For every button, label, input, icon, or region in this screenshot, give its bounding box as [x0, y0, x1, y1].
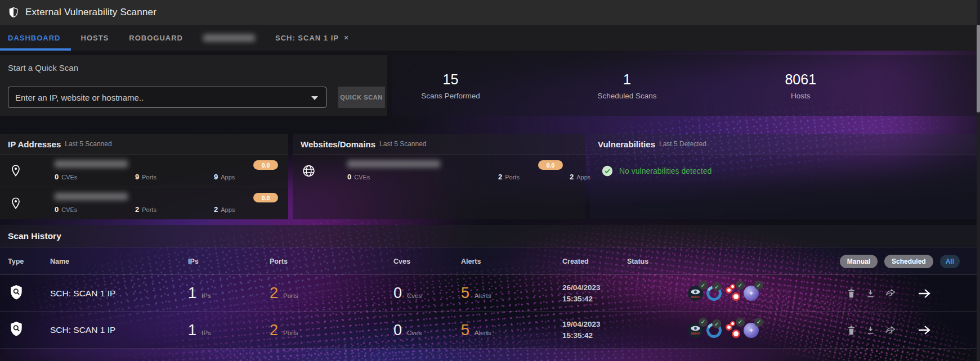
filter-manual-button[interactable]: Manual [840, 255, 878, 268]
scrollbar-thumb[interactable] [977, 25, 980, 112]
websites-domains-panel: Websites/Domains Last 5 Scanned 0.0 0CVE… [293, 134, 585, 219]
cves-stat: 0CVEs [55, 172, 135, 182]
stat-value: 1 [597, 71, 656, 88]
col-header-ips: IPs [180, 258, 262, 265]
svg-text:NMAP: NMAP [691, 295, 700, 299]
globe-icon [302, 164, 316, 178]
nmap-logo-icon: NMAP ✓ [688, 286, 703, 301]
quick-scan-input-wrap [8, 87, 326, 108]
ports-stat: 2Ports [498, 172, 570, 182]
ips-cell: 1IPs [180, 285, 262, 302]
open-scan-arrow-icon[interactable] [917, 324, 932, 336]
cves-cell: 0Cves [386, 285, 453, 302]
empty-state-message: No vulnerabilities detected [619, 166, 711, 175]
panel-title: Websites/Domains [301, 139, 375, 149]
delete-scan-icon[interactable] [847, 325, 856, 336]
scan-name: SCH: SCAN 1 IP [42, 325, 180, 335]
stat-label: Scheduled Scans [597, 92, 656, 100]
apps-stat: 9Apps [214, 172, 235, 182]
nmap-logo-icon: NMAP ✓ [688, 323, 703, 338]
panel-title: IP Addresses [8, 139, 61, 149]
stat-value: 15 [421, 71, 480, 88]
filter-scheduled-button[interactable]: Scheduled [884, 255, 933, 268]
filter-all-button[interactable]: All [940, 255, 960, 268]
quick-scan-label: Start a Quick Scan [8, 63, 78, 73]
shield-logo-icon [8, 6, 19, 19]
tab-hosts[interactable]: HOSTS [71, 25, 119, 51]
created-date: 26/04/2023 [562, 282, 619, 294]
ips-cell: 1IPs [180, 322, 262, 339]
status-cell: NMAP ✓ ✓ ✓ ✦✓ [619, 286, 827, 301]
created-date: 19/04/2023 [562, 319, 619, 330]
dropdown-caret-icon[interactable] [311, 96, 318, 100]
col-header-status: Status [619, 258, 827, 265]
scan-history-row[interactable]: SCH: SCAN 1 IP 1IPs 2Ports 0Cves 5Alerts… [0, 312, 980, 349]
stat-scheduled-scans: 1 Scheduled Scans [597, 71, 656, 100]
scan-history-title: Scan History [0, 225, 980, 247]
purple-star-logo-icon: ✦✓ [744, 286, 759, 301]
stat-value: 8061 [785, 71, 816, 88]
share-forward-icon[interactable] [885, 326, 896, 335]
download-report-icon[interactable] [866, 288, 875, 299]
apps-stat: 2Apps [214, 204, 235, 214]
website-row[interactable]: 0.0 0CVEs 2Ports 2Apps [293, 154, 585, 187]
check-badge-icon: ✓ [754, 318, 763, 327]
ip-row-stats: 0CVEs 9Ports 9Apps [55, 172, 235, 182]
quick-scan-button[interactable]: QUICK SCAN [338, 87, 385, 108]
check-badge-icon: ✓ [699, 281, 708, 290]
open-scan-arrow-icon[interactable] [917, 287, 932, 300]
website-row-stats: 0CVEs 2Ports 2Apps [347, 172, 590, 182]
stat-label: Hosts [785, 92, 816, 100]
tab-bar: DASHBOARD HOSTS ROBOGUARD SCH: SCAN 1 IP… [0, 25, 980, 51]
delete-scan-icon[interactable] [847, 288, 856, 299]
scan-type-cell [0, 285, 42, 303]
score-badge: 0.0 [538, 160, 563, 170]
ip-row[interactable]: 0.0 0CVEs 9Ports 9Apps [0, 154, 288, 187]
tab-redacted[interactable] [193, 25, 265, 51]
page-title: External Vulnerability Scanner [25, 7, 156, 18]
vulnerabilities-panel: Vulnerabilities Last 5 Detected No vulne… [590, 134, 980, 219]
created-cell: 26/04/2023 15:35:42 [554, 282, 619, 304]
red-spheres-logo-icon: ✓ [725, 286, 740, 301]
actions-cell [827, 324, 980, 336]
app-header: External Vulnerability Scanner [0, 0, 980, 25]
col-header-ports: Ports [262, 258, 386, 265]
created-cell: 19/04/2023 15:35:42 [554, 319, 619, 341]
scan-history-row[interactable]: SCH: SCAN 1 IP 1IPs 2Ports 0Cves 5Alerts… [0, 274, 980, 312]
alerts-cell: 5Alerts [453, 285, 554, 302]
tab-dashboard[interactable]: DASHBOARD [0, 25, 71, 51]
col-header-type: Type [0, 258, 42, 265]
scan-shield-icon [9, 285, 24, 300]
ip-row[interactable]: 0.0 0CVEs 2Ports 2Apps [0, 187, 288, 219]
download-report-icon[interactable] [866, 325, 875, 335]
stats-panel: 15 Scans Performed 1 Scheduled Scans 806… [392, 55, 980, 116]
tab-roboguard[interactable]: ROBOGUARD [119, 25, 193, 51]
share-forward-icon[interactable] [885, 288, 896, 298]
col-header-created: Created [554, 258, 619, 265]
scan-shield-icon [9, 321, 24, 337]
scan-name: SCH: SCAN 1 IP [42, 288, 180, 299]
location-pin-icon [9, 197, 23, 210]
created-time: 15:35:42 [562, 330, 619, 341]
check-badge-icon: ✓ [736, 281, 745, 290]
check-badge-icon: ✓ [736, 318, 745, 327]
quick-scan-panel: Start a Quick Scan QUICK SCAN [0, 55, 387, 116]
quick-scan-input[interactable] [8, 87, 326, 108]
col-header-alerts: Alerts [453, 258, 554, 265]
score-badge: 0.0 [253, 193, 278, 202]
score-badge: 0.0 [253, 160, 278, 170]
check-badge-icon: ✓ [712, 319, 721, 328]
ip-row-stats: 0CVEs 2Ports 2Apps [55, 204, 235, 214]
purple-star-logo-icon: ✦✓ [744, 323, 759, 338]
panel-subtitle: Last 5 Detected [659, 140, 706, 148]
stat-label: Scans Performed [421, 92, 480, 100]
check-badge-icon: ✓ [754, 281, 763, 290]
col-header-name: Name [42, 258, 180, 265]
alerts-cell: 5Alerts [453, 322, 554, 339]
no-vulnerabilities-row: No vulnerabilities detected [590, 154, 980, 187]
close-tab-icon[interactable]: × [344, 33, 349, 42]
ports-cell: 2Ports [262, 322, 386, 339]
tab-sch-scan-1-ip[interactable]: SCH: SCAN 1 IP × [265, 25, 359, 51]
redacted-tab-label [203, 34, 255, 42]
page-scrollbar[interactable] [977, 0, 980, 361]
